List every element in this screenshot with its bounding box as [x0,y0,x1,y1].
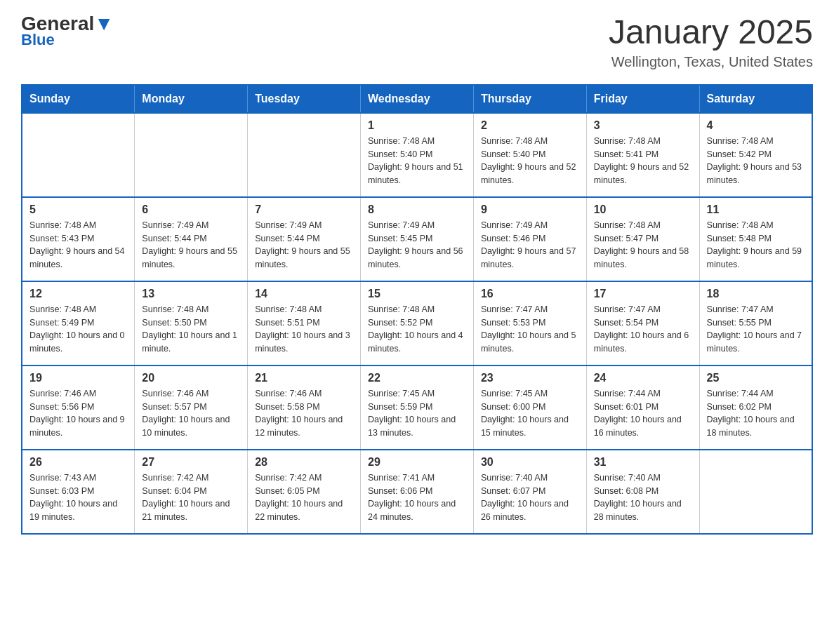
calendar-header-monday: Monday [135,85,248,113]
day-info: Sunrise: 7:49 AM Sunset: 5:44 PM Dayligh… [142,219,240,271]
calendar-week-1: 1Sunrise: 7:48 AM Sunset: 5:40 PM Daylig… [22,113,812,197]
day-info: Sunrise: 7:48 AM Sunset: 5:40 PM Dayligh… [481,135,579,187]
day-info: Sunrise: 7:48 AM Sunset: 5:43 PM Dayligh… [29,219,127,271]
calendar-cell: 22Sunrise: 7:45 AM Sunset: 5:59 PM Dayli… [361,365,474,450]
calendar-cell: 11Sunrise: 7:48 AM Sunset: 5:48 PM Dayli… [699,197,812,281]
day-number: 23 [481,372,579,384]
calendar-cell: 8Sunrise: 7:49 AM Sunset: 5:45 PM Daylig… [361,197,474,281]
calendar-week-4: 19Sunrise: 7:46 AM Sunset: 5:56 PM Dayli… [22,365,812,450]
day-info: Sunrise: 7:43 AM Sunset: 6:03 PM Dayligh… [29,471,127,524]
day-number: 17 [594,288,692,300]
day-info: Sunrise: 7:48 AM Sunset: 5:42 PM Dayligh… [707,135,805,187]
calendar-cell [135,113,248,197]
page-header: General▼ Blue January 2025 Wellington, T… [21,14,813,70]
calendar-cell: 6Sunrise: 7:49 AM Sunset: 5:44 PM Daylig… [135,197,248,281]
calendar-cell: 16Sunrise: 7:47 AM Sunset: 5:53 PM Dayli… [473,281,586,365]
day-number: 18 [707,288,805,300]
calendar-cell: 28Sunrise: 7:42 AM Sunset: 6:05 PM Dayli… [248,450,361,534]
calendar-cell: 24Sunrise: 7:44 AM Sunset: 6:01 PM Dayli… [586,365,699,450]
calendar-cell: 2Sunrise: 7:48 AM Sunset: 5:40 PM Daylig… [473,113,586,197]
calendar-cell: 27Sunrise: 7:42 AM Sunset: 6:04 PM Dayli… [135,450,248,534]
day-number: 22 [368,372,466,384]
calendar-cell: 5Sunrise: 7:48 AM Sunset: 5:43 PM Daylig… [22,197,135,281]
day-info: Sunrise: 7:48 AM Sunset: 5:49 PM Dayligh… [29,303,127,356]
calendar-cell: 1Sunrise: 7:48 AM Sunset: 5:40 PM Daylig… [361,113,474,197]
calendar-cell: 23Sunrise: 7:45 AM Sunset: 6:00 PM Dayli… [473,365,586,450]
calendar-cell: 12Sunrise: 7:48 AM Sunset: 5:49 PM Dayli… [22,281,135,365]
day-info: Sunrise: 7:49 AM Sunset: 5:45 PM Dayligh… [368,219,466,271]
calendar-header-friday: Friday [586,85,699,113]
day-info: Sunrise: 7:49 AM Sunset: 5:44 PM Dayligh… [255,219,353,271]
day-info: Sunrise: 7:48 AM Sunset: 5:48 PM Dayligh… [707,219,805,271]
day-info: Sunrise: 7:47 AM Sunset: 5:55 PM Dayligh… [707,303,805,356]
day-info: Sunrise: 7:40 AM Sunset: 6:08 PM Dayligh… [594,471,692,524]
calendar-cell: 31Sunrise: 7:40 AM Sunset: 6:08 PM Dayli… [586,450,699,534]
calendar-cell: 7Sunrise: 7:49 AM Sunset: 5:44 PM Daylig… [248,197,361,281]
month-title: January 2025 [609,14,813,51]
logo-triangle-icon: ▼ [94,13,114,34]
calendar-cell [248,113,361,197]
calendar-header-row: SundayMondayTuesdayWednesdayThursdayFrid… [22,85,812,113]
day-number: 2 [481,119,579,132]
calendar-header-saturday: Saturday [699,85,812,113]
calendar-cell: 15Sunrise: 7:48 AM Sunset: 5:52 PM Dayli… [361,281,474,365]
location-text: Wellington, Texas, United States [609,54,813,70]
calendar-cell [699,450,812,534]
day-number: 27 [142,456,240,469]
calendar-cell: 26Sunrise: 7:43 AM Sunset: 6:03 PM Dayli… [22,450,135,534]
calendar-cell: 13Sunrise: 7:48 AM Sunset: 5:50 PM Dayli… [135,281,248,365]
day-number: 31 [594,456,692,469]
day-info: Sunrise: 7:42 AM Sunset: 6:05 PM Dayligh… [255,471,353,524]
calendar-cell: 30Sunrise: 7:40 AM Sunset: 6:07 PM Dayli… [473,450,586,534]
day-number: 25 [707,372,805,384]
day-info: Sunrise: 7:42 AM Sunset: 6:04 PM Dayligh… [142,471,240,524]
calendar-week-3: 12Sunrise: 7:48 AM Sunset: 5:49 PM Dayli… [22,281,812,365]
day-info: Sunrise: 7:48 AM Sunset: 5:51 PM Dayligh… [255,303,353,356]
day-number: 15 [368,288,466,300]
day-number: 6 [142,203,240,216]
calendar-cell: 14Sunrise: 7:48 AM Sunset: 5:51 PM Dayli… [248,281,361,365]
calendar-header-thursday: Thursday [473,85,586,113]
calendar-cell: 4Sunrise: 7:48 AM Sunset: 5:42 PM Daylig… [699,113,812,197]
title-area: January 2025 Wellington, Texas, United S… [609,14,813,70]
day-number: 20 [142,372,240,384]
day-number: 12 [29,288,127,300]
day-number: 4 [707,119,805,132]
calendar-cell: 19Sunrise: 7:46 AM Sunset: 5:56 PM Dayli… [22,365,135,450]
day-info: Sunrise: 7:45 AM Sunset: 5:59 PM Dayligh… [368,387,466,440]
day-info: Sunrise: 7:48 AM Sunset: 5:50 PM Dayligh… [142,303,240,356]
day-info: Sunrise: 7:46 AM Sunset: 5:57 PM Dayligh… [142,387,240,440]
day-info: Sunrise: 7:47 AM Sunset: 5:54 PM Dayligh… [594,303,692,356]
day-number: 29 [368,456,466,469]
day-number: 10 [594,203,692,216]
day-info: Sunrise: 7:48 AM Sunset: 5:47 PM Dayligh… [594,219,692,271]
calendar-cell: 9Sunrise: 7:49 AM Sunset: 5:46 PM Daylig… [473,197,586,281]
day-number: 8 [368,203,466,216]
logo-blue-text: Blue [21,31,55,49]
day-number: 16 [481,288,579,300]
day-info: Sunrise: 7:44 AM Sunset: 6:01 PM Dayligh… [594,387,692,440]
day-number: 26 [29,456,127,469]
day-number: 13 [142,288,240,300]
calendar-table: SundayMondayTuesdayWednesdayThursdayFrid… [21,84,813,535]
day-number: 11 [707,203,805,216]
day-number: 5 [29,203,127,216]
day-info: Sunrise: 7:48 AM Sunset: 5:52 PM Dayligh… [368,303,466,356]
day-number: 7 [255,203,353,216]
day-info: Sunrise: 7:40 AM Sunset: 6:07 PM Dayligh… [481,471,579,524]
day-info: Sunrise: 7:48 AM Sunset: 5:40 PM Dayligh… [368,135,466,187]
day-number: 9 [481,203,579,216]
calendar-week-2: 5Sunrise: 7:48 AM Sunset: 5:43 PM Daylig… [22,197,812,281]
day-info: Sunrise: 7:45 AM Sunset: 6:00 PM Dayligh… [481,387,579,440]
calendar-week-5: 26Sunrise: 7:43 AM Sunset: 6:03 PM Dayli… [22,450,812,534]
day-info: Sunrise: 7:41 AM Sunset: 6:06 PM Dayligh… [368,471,466,524]
calendar-cell: 25Sunrise: 7:44 AM Sunset: 6:02 PM Dayli… [699,365,812,450]
day-number: 1 [368,119,466,132]
calendar-header-tuesday: Tuesday [248,85,361,113]
day-info: Sunrise: 7:46 AM Sunset: 5:56 PM Dayligh… [29,387,127,440]
day-info: Sunrise: 7:49 AM Sunset: 5:46 PM Dayligh… [481,219,579,271]
day-number: 19 [29,372,127,384]
day-number: 28 [255,456,353,469]
day-number: 21 [255,372,353,384]
day-info: Sunrise: 7:48 AM Sunset: 5:41 PM Dayligh… [594,135,692,187]
